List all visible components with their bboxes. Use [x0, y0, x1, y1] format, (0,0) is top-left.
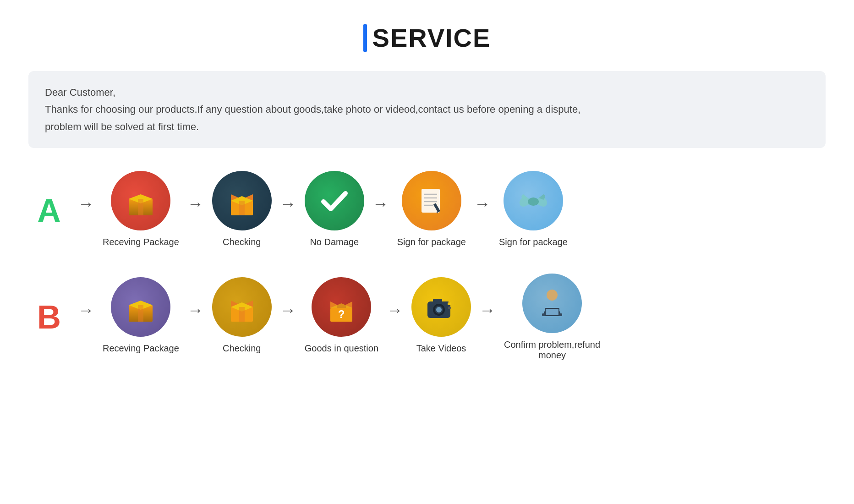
- arrow-a1: →: [187, 194, 204, 214]
- arrow-a2: →: [280, 194, 296, 214]
- svg-rect-3: [138, 199, 143, 215]
- row-letter-b: B: [28, 298, 70, 336]
- svg-rect-20: [138, 305, 143, 322]
- info-line3: problem will be solved at first time.: [45, 118, 809, 135]
- label-a4: Sign for package: [397, 237, 466, 251]
- icon-videos: [411, 277, 471, 337]
- package-icon: [122, 182, 159, 219]
- flow-item-b1: Receving Package: [103, 277, 179, 357]
- label-b1: Receving Package: [103, 343, 179, 357]
- label-b5: Confirm problem,refund money: [504, 340, 600, 361]
- flow-row-b: B → Receving Package: [28, 274, 826, 361]
- icon-goods: ?: [312, 277, 371, 337]
- label-b4: Take Videos: [416, 343, 466, 357]
- flow-section-a: A →: [28, 171, 826, 251]
- icon-nodamage: [305, 171, 364, 230]
- flow-item-a4: Sign for package: [397, 171, 466, 251]
- icon-recv-b: [111, 277, 170, 337]
- arrow-b4: →: [479, 301, 496, 320]
- svg-point-34: [436, 307, 442, 312]
- row-letter-a: A: [28, 192, 70, 230]
- flow-item-a2: Checking: [212, 171, 272, 251]
- camera-icon: [423, 289, 460, 325]
- flow-item-b4: Take Videos: [411, 277, 471, 357]
- arrow-a3: →: [372, 194, 389, 214]
- svg-rect-35: [433, 299, 442, 302]
- svg-rect-36: [448, 302, 451, 305]
- person-laptop-icon: [534, 285, 570, 322]
- page-title-section: SERVICE: [363, 23, 491, 53]
- checking-icon-a: [224, 182, 260, 219]
- handshake-icon: [515, 182, 552, 219]
- icon-confirm: [522, 274, 582, 333]
- arrow-b0: →: [78, 301, 94, 320]
- flow-item-b5: Confirm problem,refund money: [504, 274, 600, 361]
- info-line2: Thanks for choosing our products.If any …: [45, 101, 809, 118]
- label-b2: Checking: [223, 343, 261, 357]
- svg-rect-8: [239, 201, 245, 215]
- flow-section-b: B → Receving Package: [28, 274, 826, 361]
- flow-item-a3: No Damage: [305, 171, 364, 251]
- arrow-b3: →: [387, 301, 403, 320]
- svg-point-37: [448, 307, 451, 309]
- arrow-a4: →: [474, 194, 491, 214]
- svg-rect-25: [239, 307, 245, 322]
- title-accent-bar: [363, 24, 367, 52]
- info-box: Dear Customer, Thanks for choosing our p…: [28, 71, 826, 148]
- arrow-b2: →: [280, 301, 296, 320]
- icon-sign1: [402, 171, 461, 230]
- checking-icon-b: [224, 289, 260, 325]
- svg-point-38: [547, 290, 558, 301]
- flow-item-a5: Sign for package: [499, 171, 568, 251]
- label-a2: Checking: [223, 237, 261, 251]
- label-a1: Receving Package: [103, 237, 179, 251]
- label-b3: Goods in question: [305, 343, 378, 357]
- icon-sign2: [504, 171, 563, 230]
- arrow-b1: →: [187, 301, 204, 320]
- flow-row-a: A →: [28, 171, 826, 251]
- info-line1: Dear Customer,: [45, 84, 809, 101]
- sign-document-icon: [413, 182, 450, 219]
- question-box-icon: ?: [323, 289, 360, 325]
- flow-item-b2: Checking: [212, 277, 272, 357]
- arrow-a0: →: [78, 194, 94, 214]
- svg-rect-41: [546, 309, 558, 315]
- svg-point-16: [528, 197, 539, 206]
- icon-check-a: [212, 171, 272, 230]
- package-b-icon: [122, 289, 159, 325]
- page-title: SERVICE: [372, 23, 491, 53]
- flow-item-b3: ? Goods in question: [305, 277, 378, 357]
- label-a5: Sign for package: [499, 237, 568, 251]
- svg-text:?: ?: [338, 308, 345, 320]
- checkmark-icon: [316, 182, 353, 219]
- flow-item-a1: Receving Package: [103, 171, 179, 251]
- icon-recv-a: [111, 171, 170, 230]
- icon-check-b: [212, 277, 272, 337]
- label-a3: No Damage: [310, 237, 359, 251]
